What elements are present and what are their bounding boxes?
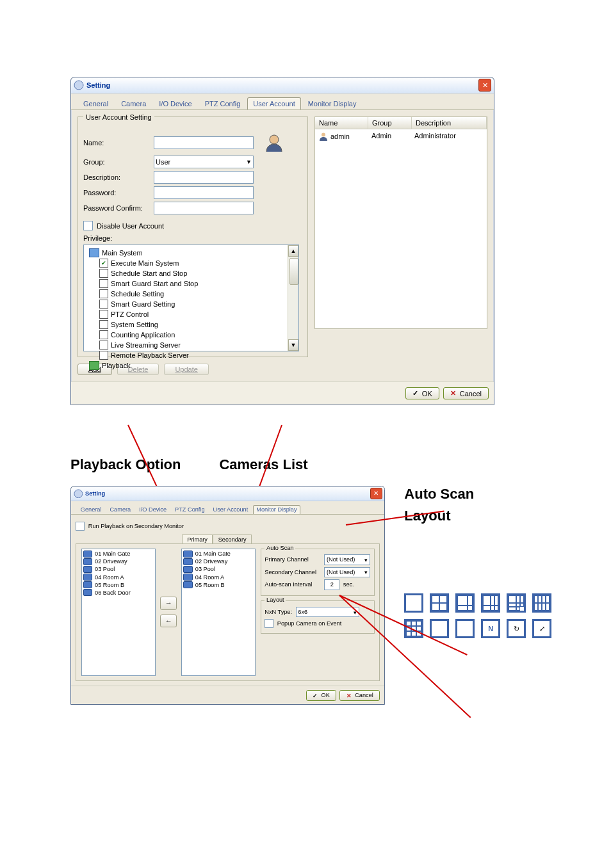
group-select[interactable]: User ▼ xyxy=(154,156,254,168)
camera-label: 05 Room B xyxy=(95,582,124,588)
inner-tab-secondary[interactable]: Secondary xyxy=(213,534,252,544)
camera-list-item[interactable]: 03 Pool xyxy=(183,566,254,574)
camera-icon xyxy=(83,551,93,558)
cancel-button[interactable]: ✕Cancel xyxy=(443,387,489,399)
camera-list-item[interactable]: 01 Main Gate xyxy=(83,551,154,558)
available-cameras-list[interactable]: 01 Main Gate02 Driveway03 Pool04 Room A0… xyxy=(81,549,156,676)
tab-ptz-config[interactable]: PTZ Config xyxy=(172,505,209,515)
close-icon[interactable]: ✕ xyxy=(478,79,491,92)
table-row[interactable]: admin Admin Administrator xyxy=(315,129,487,143)
camera-label: 02 Driveway xyxy=(195,558,228,565)
tab-general[interactable]: General xyxy=(77,97,114,109)
tab-io-device[interactable]: I/O Device xyxy=(136,505,170,515)
tab-monitor-display[interactable]: Monitor Display xyxy=(302,97,363,109)
layout-1-5-icon[interactable] xyxy=(481,593,500,613)
layout-n-icon[interactable]: N xyxy=(481,619,500,638)
scroll-up-icon[interactable]: ▲ xyxy=(288,245,298,257)
privilege-item[interactable]: Smart Guard Start and Stop xyxy=(86,278,296,289)
tab-camera[interactable]: Camera xyxy=(115,97,152,109)
camera-list-item[interactable]: 01 Main Gate xyxy=(183,551,254,558)
tab-general[interactable]: General xyxy=(77,505,105,515)
privilege-item[interactable]: ✔Execute Main System xyxy=(86,258,296,268)
tab-ptz-config[interactable]: PTZ Config xyxy=(199,97,247,109)
privilege-item[interactable]: Playback xyxy=(86,360,296,371)
privilege-item[interactable]: System Setting xyxy=(86,319,296,330)
privilege-item[interactable]: Main System xyxy=(86,248,296,258)
move-left-button[interactable]: ← xyxy=(160,615,177,627)
th-description[interactable]: Description xyxy=(412,117,487,129)
privilege-item[interactable]: Schedule Start and Stop xyxy=(86,268,296,278)
camera-list-item[interactable]: 03 Pool xyxy=(83,566,154,574)
layout-4x4-icon[interactable] xyxy=(430,619,449,638)
user-table: Name Group Description admin Admin Admin… xyxy=(314,117,487,329)
layout-2x2-icon[interactable] xyxy=(430,593,449,613)
inner-tab-primary[interactable]: Primary xyxy=(182,534,213,544)
layout-5x5-icon[interactable] xyxy=(455,619,475,638)
tab-monitor-display[interactable]: Monitor Display xyxy=(253,505,301,515)
popup-on-event-checkbox[interactable]: Popup Camera on Event xyxy=(265,619,370,628)
tab-camera[interactable]: Camera xyxy=(106,505,134,515)
privilege-item[interactable]: Counting Application xyxy=(86,330,296,340)
ok-button[interactable]: ✓OK xyxy=(405,387,439,399)
name-field[interactable] xyxy=(154,136,254,149)
primary-channel-select[interactable]: (Not Used)▾ xyxy=(324,554,370,565)
interval-input[interactable]: 2 xyxy=(324,579,339,590)
tab-io-device[interactable]: I/O Device xyxy=(153,97,197,109)
cancel-button[interactable]: ✕Cancel xyxy=(339,690,380,701)
close-icon[interactable]: ✕ xyxy=(370,488,382,500)
tab-user-account[interactable]: User Account xyxy=(247,97,300,109)
scrollbar[interactable]: ▲ ▼ xyxy=(288,245,298,351)
privilege-item[interactable]: Schedule Setting xyxy=(86,289,296,299)
svg-point-1 xyxy=(270,135,279,144)
th-name[interactable]: Name xyxy=(315,117,368,129)
camera-icon xyxy=(183,581,193,588)
camera-list-item[interactable]: 02 Driveway xyxy=(83,558,154,566)
auto-scan-group: Auto Scan Primary Channel (Not Used)▾ Se… xyxy=(261,549,375,596)
camera-list-item[interactable]: 02 Driveway xyxy=(183,558,254,566)
privilege-item[interactable]: Smart Guard Setting xyxy=(86,299,296,309)
camera-list-item[interactable]: 06 Back Door xyxy=(83,589,154,597)
layout-1-3-icon[interactable] xyxy=(455,593,475,613)
layout-3x3-icon[interactable] xyxy=(404,619,423,638)
layout-1x1-icon[interactable] xyxy=(404,593,423,613)
camera-label: 04 Room A xyxy=(95,574,124,581)
svg-point-3 xyxy=(74,490,83,498)
nxn-select[interactable]: 6x6▾ xyxy=(296,607,360,618)
disable-user-checkbox[interactable]: Disable User Account xyxy=(83,221,164,230)
scroll-down-icon[interactable]: ▼ xyxy=(288,339,298,351)
layout-fullscreen-icon[interactable]: ⤢ xyxy=(532,619,551,638)
tab-user-account[interactable]: User Account xyxy=(209,505,252,515)
layout-wide-icon[interactable] xyxy=(532,593,551,613)
scroll-thumb[interactable] xyxy=(289,258,298,285)
label-password-confirm: Password Confirm: xyxy=(83,204,154,212)
password-confirm-field[interactable] xyxy=(154,202,254,214)
privilege-item[interactable]: PTZ Control xyxy=(86,309,296,319)
checkbox-icon xyxy=(265,619,273,628)
privilege-item[interactable]: Live Streaming Server xyxy=(86,340,296,350)
ok-button[interactable]: ✓OK xyxy=(306,690,336,701)
camera-list-item[interactable]: 04 Room A xyxy=(83,574,154,581)
run-playback-checkbox[interactable]: Run Playback on Secondary Monitor xyxy=(76,522,184,531)
layout-1-7-icon[interactable] xyxy=(507,593,526,613)
privilege-tree[interactable]: Main System✔Execute Main SystemSchedule … xyxy=(83,245,299,351)
auto-scan-title: Auto Scan xyxy=(265,545,295,551)
settings-dialog-user-account: Setting ✕ General Camera I/O Device PTZ … xyxy=(70,77,494,405)
password-field[interactable] xyxy=(154,186,254,199)
camera-list-item[interactable]: 05 Room B xyxy=(183,581,254,589)
camera-icon xyxy=(83,574,93,581)
description-field[interactable] xyxy=(154,171,254,184)
camera-list-item[interactable]: 04 Room A xyxy=(183,574,254,581)
th-group[interactable]: Group xyxy=(368,117,412,129)
camera-list-item[interactable]: 05 Room B xyxy=(83,581,154,589)
layout-rotate-icon[interactable]: ↻ xyxy=(507,619,526,638)
titlebar: Setting ✕ xyxy=(71,486,384,501)
disable-label: Disable User Account xyxy=(97,222,164,230)
privilege-item[interactable]: Remote Playback Server xyxy=(86,350,296,360)
secondary-channel-select[interactable]: (Not Used)▾ xyxy=(324,567,370,578)
camera-label: 01 Main Gate xyxy=(95,551,130,557)
chevron-down-icon: ▾ xyxy=(364,556,368,563)
chevron-down-icon: ▾ xyxy=(364,568,368,575)
selected-cameras-list[interactable]: 01 Main Gate02 Driveway03 Pool04 Room A0… xyxy=(181,549,256,676)
checkbox-icon xyxy=(76,522,85,531)
move-right-button[interactable]: → xyxy=(160,597,177,609)
